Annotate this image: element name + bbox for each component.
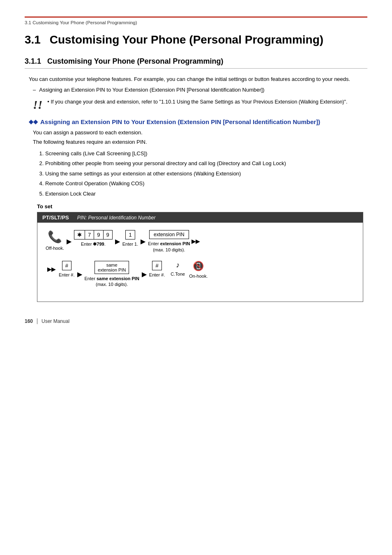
enter-star799-label: Enter ✱799. — [81, 241, 106, 247]
nine2-key: 9 — [104, 230, 113, 240]
arrow-5: ▶ — [142, 270, 147, 278]
seven-key: 7 — [85, 230, 94, 240]
ctone-label: C.Tone — [171, 271, 185, 277]
music-note-icon: ♪ — [176, 261, 180, 269]
star799-step: ✱ 7 9 9 Enter ✱799. — [74, 230, 113, 247]
hash1-key: # — [62, 261, 71, 270]
ext-pin-label: Enter extension PIN(max. 10 digits). — [148, 241, 190, 253]
subsection-body: You can assign a password to each extens… — [33, 129, 367, 302]
double-arrow-2: ▶▶ — [47, 266, 55, 272]
breadcrumb: 3.1 Customising Your Phone (Personal Pro… — [25, 20, 367, 25]
double-arrow-hash-group: ▶▶ # Enter #. — [46, 261, 75, 278]
nine1-key: 9 — [94, 230, 103, 240]
diagram-content: 📞 Off-hook. ▶ ✱ 7 9 9 Enter ✱799. — [37, 223, 363, 301]
one-step: 1 Enter 1. — [122, 230, 138, 247]
same-ext-pin-step: same extension PIN Enter same extension … — [85, 261, 139, 288]
same-ext-pin-label: Enter same extension PIN(max. 10 digits)… — [85, 276, 139, 288]
diagram-row-2: ▶▶ # Enter #. ▶ same extension PIN — [46, 261, 355, 288]
sub-intro-2: The following features require an extens… — [33, 138, 367, 146]
note-text: • If you change your desk and extension,… — [47, 98, 347, 106]
enter-hash1-label: Enter #. — [59, 272, 75, 278]
manual-label: User Manual — [42, 318, 69, 324]
section-title: 3.1.1 Customising Your Phone (Personal P… — [25, 57, 367, 69]
sub-intro-1: You can assign a password to each extens… — [33, 129, 367, 137]
feature-item-5: Extension Lock Clear — [45, 190, 367, 198]
to-set-label: To set — [37, 203, 367, 210]
intro-text: You can customise your telephone feature… — [29, 75, 367, 83]
feature-list: Screening calls (Live Call Screening [LC… — [45, 150, 367, 198]
dash-symbol: – — [33, 87, 36, 93]
feature-item-3: Using the same settings as your extensio… — [45, 170, 367, 178]
section-body: You can customise your telephone feature… — [29, 75, 367, 302]
same-ext-pin-key: same extension PIN — [95, 261, 129, 274]
star799-keys: ✱ 7 9 9 — [74, 230, 113, 240]
double-arrow-1: ▶▶ — [191, 238, 200, 244]
star-key: ✱ — [74, 230, 85, 240]
arrow-2: ▶ — [115, 237, 120, 245]
diagram-box: PT/SLT/PS PIN: Personal Identification N… — [37, 212, 363, 302]
phone-icon: 📞 — [48, 230, 62, 244]
feature-item-4: Remote Control Operation (Walking COS) — [45, 180, 367, 188]
page-number: 160 — [25, 318, 33, 324]
phone-step: 📞 Off-hook. — [46, 230, 64, 251]
arrow-4: ▶ — [77, 270, 82, 278]
diagram-row-1: 📞 Off-hook. ▶ ✱ 7 9 9 Enter ✱799. — [46, 230, 355, 253]
arrow-3: ▶ — [141, 237, 145, 245]
arrow-1: ▶ — [67, 237, 71, 245]
diagram-header: PT/SLT/PS PIN: Personal Identification N… — [37, 212, 363, 223]
chapter-title: 3.1 Customising Your Phone (Personal Pro… — [25, 32, 367, 47]
page-footer: 160 User Manual — [25, 318, 367, 324]
onhook-step: 📵 On-hook. — [189, 261, 208, 279]
onhook-icon: 📵 — [193, 261, 204, 272]
hash2-step: # Enter #. — [149, 261, 165, 278]
top-bar: 3.1 Customising Your Phone (Personal Pro… — [25, 16, 367, 25]
enter-hash2-label: Enter #. — [149, 272, 165, 278]
enter-1-label: Enter 1. — [122, 241, 138, 247]
ext-pin-key: extension PIN — [149, 230, 189, 239]
footer-separator — [37, 318, 37, 324]
feature-item-2: Prohibiting other people from seeing you… — [45, 159, 367, 168]
hash2-key: # — [152, 261, 161, 270]
ctone-step: ♪ C.Tone — [171, 261, 185, 277]
one-key: 1 — [125, 230, 135, 240]
ext-pin-step: extension PIN Enter extension PIN(max. 1… — [148, 230, 190, 253]
hash1-step: # Enter #. — [59, 261, 75, 278]
feature-item-1: Screening calls (Live Call Screening [LC… — [45, 150, 367, 158]
list-item-dash: – Assigning an Extension PIN to Your Ext… — [33, 87, 367, 93]
onhook-label: On-hook. — [189, 273, 208, 279]
diamond-icon: ◆◆ — [29, 118, 38, 125]
note-box: !! • If you change your desk and extensi… — [33, 98, 367, 111]
note-icon: !! — [33, 98, 42, 111]
subsection-title: ◆◆ Assigning an Extension PIN to Your Ex… — [29, 118, 367, 125]
off-hook-label: Off-hook. — [46, 245, 64, 251]
